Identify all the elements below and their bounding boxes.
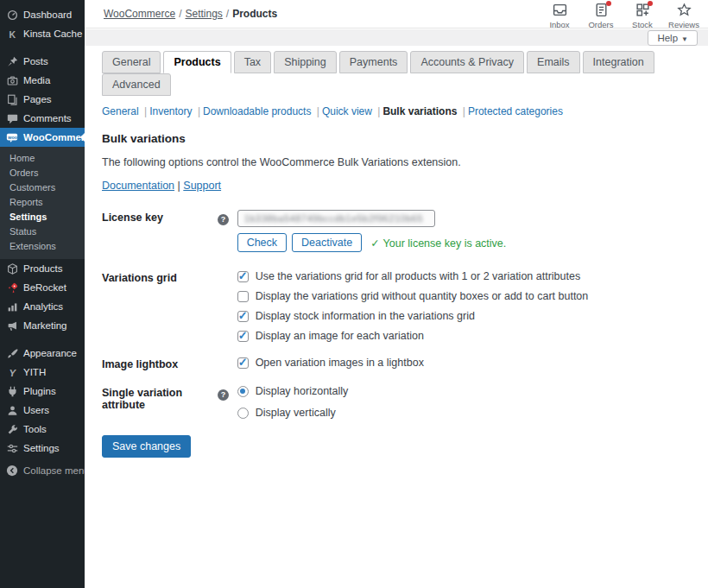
sidebar-item-posts[interactable]: Posts — [0, 52, 85, 71]
analytics-icon — [6, 300, 18, 313]
single-variation-attribute-label: Single variation attribute — [102, 385, 218, 419]
plugin-icon — [6, 385, 18, 397]
sidebar-item-media[interactable]: Media — [0, 71, 85, 90]
sidebar-item-label: Appearance — [23, 348, 77, 358]
sidebar-item-label: YITH — [23, 367, 46, 377]
tab-tax[interactable]: Tax — [234, 51, 271, 73]
badge-dot — [606, 1, 611, 6]
help-tip-icon[interactable]: ? — [218, 389, 229, 401]
tab-products[interactable]: Products — [163, 51, 231, 73]
sidebar-item-dashboard[interactable]: Dashboard — [0, 5, 85, 24]
image-lightbox-row: Image lightbox Open variation images in … — [102, 357, 691, 370]
inbox-button[interactable]: Inbox — [539, 1, 580, 29]
sidebar-item-berocket[interactable]: BeRocket — [0, 278, 85, 297]
submenu-item-customers[interactable]: Customers — [0, 180, 85, 195]
tab-payments[interactable]: Payments — [339, 51, 408, 73]
tab-shipping[interactable]: Shipping — [274, 51, 337, 73]
action-label: Inbox — [539, 20, 580, 29]
sidebar-item-plugins[interactable]: Plugins — [0, 382, 85, 401]
sidebar-item-pages[interactable]: Pages — [0, 90, 85, 109]
option-label[interactable]: Use the variations grid for all products… — [256, 270, 581, 282]
option-label[interactable]: Display the variations grid without quan… — [256, 290, 589, 302]
svg-text:K: K — [9, 28, 16, 39]
sidebar-item-label: Pages — [23, 94, 52, 104]
sidebar-item-tools[interactable]: Tools — [0, 420, 85, 439]
tab-emails[interactable]: Emails — [527, 51, 580, 73]
breadcrumb-link-woocommerce[interactable]: WooCommerce — [104, 8, 175, 20]
radio-display-horizontally[interactable] — [237, 386, 249, 397]
checkbox-grid-without-quantity[interactable] — [237, 291, 249, 302]
orders-button[interactable]: Orders — [580, 1, 622, 29]
option-label[interactable]: Display horizontally — [256, 385, 349, 397]
license-key-input[interactable]: 1b338ba548749bccdb1e5b2f96210b65 — [237, 210, 435, 227]
sidebar-item-label: Marketing — [23, 320, 67, 331]
reviews-button[interactable]: Reviews — [663, 1, 705, 29]
tab-accounts-privacy[interactable]: Accounts & Privacy — [410, 51, 524, 73]
radio-display-vertically[interactable] — [237, 408, 249, 419]
checkbox-use-variations-grid[interactable] — [237, 271, 249, 282]
submenu-item-orders[interactable]: Orders — [0, 166, 85, 180]
support-link[interactable]: Support — [183, 180, 221, 192]
deactivate-button[interactable]: Deactivate — [292, 233, 362, 252]
sidebar-item-marketing[interactable]: Marketing — [0, 316, 85, 335]
sidebar-item-yith[interactable]: Y YITH — [0, 363, 85, 382]
save-changes-button[interactable]: Save changes — [102, 435, 191, 458]
sidebar-item-settings[interactable]: Settings — [0, 439, 85, 458]
admin-sidebar: Dashboard K Kinsta Cache Posts Media Pag… — [0, 0, 85, 588]
option-label[interactable]: Display an image for each variation — [256, 330, 424, 342]
breadcrumb-link-settings[interactable]: Settings — [185, 8, 222, 20]
sidebar-item-products[interactable]: Products — [0, 259, 85, 278]
rocket-icon — [6, 281, 18, 294]
tab-general[interactable]: General — [102, 51, 161, 73]
sidebar-item-label: Dashboard — [23, 9, 72, 20]
sidebar-item-appearance[interactable]: Appearance — [0, 344, 85, 363]
sidebar-item-comments[interactable]: Comments — [0, 109, 85, 128]
subnav-inventory[interactable]: Inventory — [149, 105, 192, 117]
megaphone-icon — [6, 319, 18, 332]
single-variation-attribute-row: Single variation attribute ? Display hor… — [102, 385, 691, 419]
settings-page: GeneralProductsTaxShippingPaymentsAccoun… — [85, 46, 708, 588]
settings-tabs: GeneralProductsTaxShippingPaymentsAccoun… — [102, 51, 691, 96]
breadcrumb-current: Products — [232, 8, 277, 20]
sidebar-item-label: Media — [23, 75, 50, 85]
submenu-item-reports[interactable]: Reports — [0, 195, 85, 210]
yith-icon: Y — [6, 366, 18, 378]
sidebar-item-label: Posts — [23, 56, 48, 66]
subnav-general[interactable]: General — [102, 105, 139, 117]
checkbox-display-stock-info[interactable] — [237, 311, 249, 322]
sidebar-item-label: Tools — [23, 424, 47, 434]
page-description: The following options control the WooCom… — [102, 156, 691, 168]
check-button[interactable]: Check — [237, 233, 287, 252]
option-label[interactable]: Display stock information in the variati… — [256, 310, 475, 322]
sidebar-item-analytics[interactable]: Analytics — [0, 297, 85, 316]
page-title: Bulk variations — [102, 132, 691, 145]
submenu-item-home[interactable]: Home — [0, 151, 85, 166]
checkbox-display-image[interactable] — [237, 331, 249, 342]
subnav-separator: | — [463, 105, 465, 117]
collapse-icon — [6, 465, 18, 477]
sidebar-item-label: Plugins — [23, 386, 56, 396]
option-row: Display horizontally — [237, 385, 349, 397]
option-label[interactable]: Display vertically — [256, 407, 336, 419]
submenu-item-extensions[interactable]: Extensions — [0, 239, 85, 254]
subnav-protected-categories[interactable]: Protected categories — [468, 105, 563, 117]
tab-advanced[interactable]: Advanced — [102, 73, 171, 96]
stock-button[interactable]: Stock — [622, 1, 663, 29]
help-button[interactable]: Help▼ — [648, 30, 698, 46]
doc-links-separator: | — [178, 180, 180, 192]
checkbox-open-lightbox[interactable] — [237, 357, 249, 369]
collapse-menu-button[interactable]: Collapse menu — [0, 461, 85, 480]
sidebar-item-users[interactable]: Users — [0, 401, 85, 420]
submenu-item-status[interactable]: Status — [0, 224, 85, 239]
help-tip-icon[interactable]: ? — [218, 214, 229, 225]
tab-integration[interactable]: Integration — [583, 51, 654, 73]
documentation-link[interactable]: Documentation — [102, 180, 174, 192]
option-label[interactable]: Open variation images in a lightbox — [256, 357, 424, 369]
woocommerce-submenu: Home Orders Customers Reports Settings S… — [0, 147, 85, 259]
subnav-quick-view[interactable]: Quick view — [322, 105, 372, 117]
sidebar-item-woocommerce[interactable]: woo WooCommerce — [0, 128, 85, 147]
submenu-item-settings[interactable]: Settings — [0, 210, 85, 224]
woocommerce-header: WooCommerce/Settings/Products Inbox Orde… — [85, 0, 708, 28]
subnav-downloadable-products[interactable]: Downloadable products — [203, 105, 311, 117]
sidebar-item-kinsta-cache[interactable]: K Kinsta Cache — [0, 24, 85, 43]
